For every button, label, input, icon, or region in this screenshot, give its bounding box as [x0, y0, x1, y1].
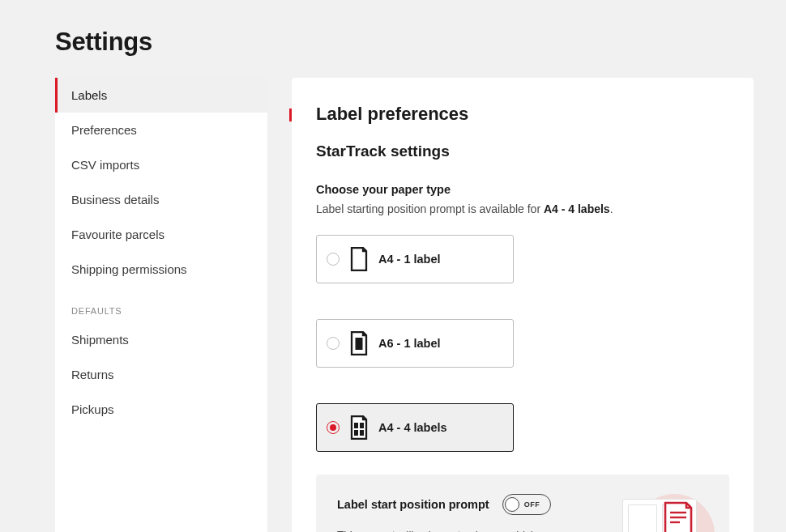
sidebar-item-label: Preferences	[71, 123, 137, 137]
sidebar-item-labels[interactable]: Labels	[55, 78, 267, 113]
toggle-knob-icon	[505, 497, 519, 512]
sidebar-item-shipping-permissions[interactable]: Shipping permissions	[55, 252, 267, 287]
document-grid-icon	[349, 415, 369, 440]
svg-rect-3	[354, 430, 358, 436]
sidebar-item-pickups[interactable]: Pickups	[55, 392, 267, 427]
sidebar-item-label: Favourite parcels	[71, 228, 164, 241]
section-accent	[289, 109, 292, 121]
paper-type-desc: Label starting position prompt is availa…	[316, 202, 729, 215]
sidebar-item-label: Labels	[71, 88, 107, 102]
prompt-description: This prompt will ask you to choose which…	[337, 526, 600, 532]
paper-option-label: A4 - 4 labels	[378, 421, 447, 434]
svg-rect-0	[356, 338, 363, 350]
sidebar-item-label: Shipments	[71, 333, 129, 347]
paper-option-a6-1[interactable]: A6 - 1 label	[316, 319, 514, 368]
settings-sidebar: Labels Preferences CSV imports Business …	[55, 78, 267, 532]
subsection-title: StarTrack settings	[316, 143, 729, 160]
svg-rect-1	[354, 423, 358, 428]
prompt-illustration	[619, 494, 708, 532]
svg-rect-4	[360, 430, 364, 436]
sidebar-item-shipments[interactable]: Shipments	[55, 322, 267, 357]
sidebar-item-favourite-parcels[interactable]: Favourite parcels	[55, 217, 267, 252]
sidebar-item-label: Business details	[71, 193, 159, 206]
svg-rect-2	[360, 423, 364, 428]
document-small-icon	[349, 331, 369, 355]
toggle-state-label: OFF	[524, 500, 540, 509]
sidebar-item-label: Pickups	[71, 402, 114, 416]
sidebar-item-csv-imports[interactable]: CSV imports	[55, 147, 267, 182]
label-start-position-panel: Label start position prompt OFF This pro…	[316, 475, 729, 532]
paper-type-label: Choose your paper type	[316, 183, 729, 196]
prompt-toggle[interactable]: OFF	[502, 494, 551, 515]
sidebar-item-business-details[interactable]: Business details	[55, 182, 267, 217]
sidebar-item-label: CSV imports	[71, 158, 139, 172]
paper-option-a4-1[interactable]: A4 - 1 label	[316, 235, 514, 283]
sidebar-item-preferences[interactable]: Preferences	[55, 113, 267, 147]
radio-icon	[327, 253, 340, 266]
sidebar-item-returns[interactable]: Returns	[55, 357, 267, 392]
sidebar-item-label: Shipping permissions	[71, 262, 187, 276]
paper-option-label: A6 - 1 label	[378, 337, 441, 350]
radio-icon	[327, 421, 340, 434]
prompt-title: Label start position prompt	[337, 498, 489, 511]
page-title: Settings	[55, 28, 754, 57]
document-red-icon	[662, 501, 694, 532]
document-single-icon	[349, 247, 369, 271]
sidebar-item-label: Returns	[71, 368, 114, 381]
paper-option-label: A4 - 1 label	[378, 253, 441, 266]
sidebar-defaults-header: DEFAULTS	[55, 287, 267, 322]
paper-option-a4-4[interactable]: A4 - 4 labels	[316, 403, 514, 452]
radio-icon	[327, 337, 340, 350]
paper-type-options: A4 - 1 label A6 - 1 label	[316, 235, 729, 452]
section-title: Label preferences	[316, 78, 729, 125]
main-panel: Label preferences StarTrack settings Cho…	[292, 78, 754, 532]
